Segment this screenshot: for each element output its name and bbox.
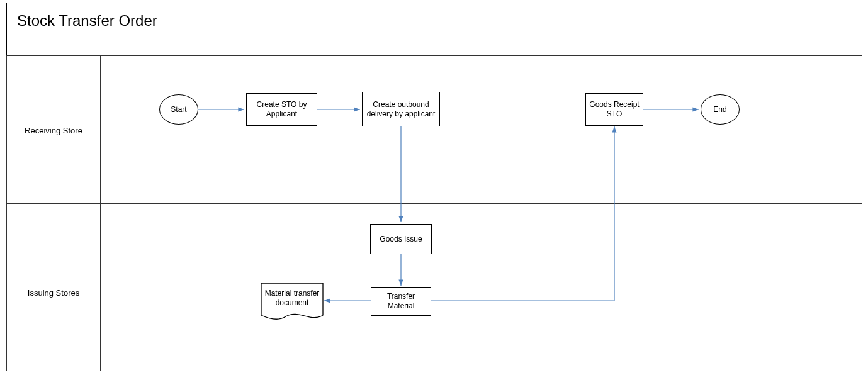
start-node: Start [159, 94, 198, 125]
lane-label-issuing: Issuing Stores [6, 288, 101, 298]
create-outbound-label: Create outbound delivery by applicant [365, 100, 437, 119]
lane-label-receiving: Receiving Store [6, 126, 101, 135]
create-sto-node: Create STO by Applicant [246, 93, 317, 126]
title-bar: Stock Transfer Order [6, 3, 862, 36]
goods-issue-node: Goods Issue [370, 224, 432, 254]
create-sto-label: Create STO by Applicant [249, 100, 314, 119]
transfer-material-label: Transfer Material [374, 292, 428, 311]
goods-receipt-label: Goods Receipt STO [589, 100, 640, 119]
material-transfer-doc-node: Material transfer document [261, 283, 324, 323]
material-transfer-doc-label: Material transfer document [261, 283, 324, 308]
diagram-page: Stock Transfer Order Receiving Store Iss… [0, 0, 868, 375]
end-node: End [701, 94, 740, 125]
diagram-area: Receiving Store Issuing Stores [6, 36, 862, 371]
start-label: Start [171, 105, 186, 115]
goods-issue-label: Goods Issue [380, 235, 422, 244]
end-label: End [713, 105, 726, 115]
goods-receipt-node: Goods Receipt STO [585, 93, 643, 126]
lane-divider [6, 203, 862, 204]
diagram-title: Stock Transfer Order [17, 12, 157, 30]
transfer-material-node: Transfer Material [371, 287, 431, 316]
create-outbound-node: Create outbound delivery by applicant [362, 92, 440, 126]
